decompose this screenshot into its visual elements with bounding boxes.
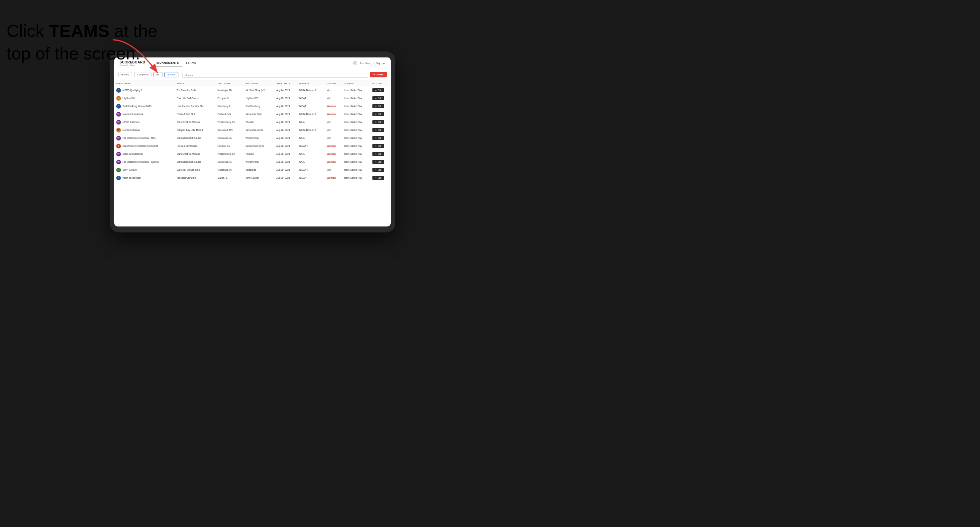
actions-cell: Edit	[371, 118, 391, 126]
start-date-cell: Aug 28, 2023	[274, 174, 298, 182]
venue-cell: Hesston Golf Course	[174, 142, 215, 150]
hosting-tab[interactable]: Hosting	[118, 72, 132, 77]
city-state-cell: Faribault, MN	[216, 110, 244, 118]
edit-button[interactable]: Edit	[372, 136, 384, 140]
edit-button[interactable]: Edit	[372, 176, 384, 180]
scoring-cell: team, Stroke Play	[342, 118, 371, 126]
start-date-cell: Aug 28, 2023	[274, 150, 298, 158]
sign-out-link[interactable]: Sign out	[376, 62, 385, 65]
event-icon: ⛳	[116, 96, 121, 101]
table-row: 🐎 Fall Statesmen Invitational - Women Ed…	[114, 158, 391, 166]
search-input[interactable]	[182, 73, 368, 78]
gender-cell: Men	[325, 166, 342, 174]
hosted-by-cell: William Penn	[243, 134, 274, 142]
gender-badge: Men	[327, 89, 331, 91]
hosted-by-cell: Vincennes	[243, 166, 274, 174]
hosted-by-cell: Pikeville	[243, 150, 274, 158]
gender-cell: Women	[325, 142, 342, 150]
edit-button[interactable]: Edit	[372, 120, 384, 124]
competing-tab[interactable]: Competing	[134, 72, 151, 77]
gender-badge: Men	[327, 169, 331, 171]
city-state-cell: Marion, IL	[216, 174, 244, 182]
event-name-cell: 🦅 Morris Invitational	[114, 126, 174, 134]
table-row: 🐎 Maverick Invitational Faribault Golf C…	[114, 110, 391, 118]
event-name-text: VU PREVIEW	[123, 169, 137, 171]
event-icon: 🌿	[116, 168, 121, 172]
tablet-device: SCOREBOARD Powered by Clippit TOURNAMENT…	[110, 51, 395, 232]
edit-button[interactable]: Edit	[372, 128, 384, 132]
city-state-cell: Vincennes, IN	[216, 166, 244, 174]
gender-badge: Women	[327, 113, 336, 116]
scoring-cell: team, Stroke Play	[342, 158, 371, 166]
gender-cell: Men	[325, 94, 342, 102]
division-cell: NICAA I	[298, 94, 325, 102]
edit-button[interactable]: Edit	[372, 152, 384, 156]
event-icon: 🐎	[116, 112, 121, 117]
start-date-cell: Aug 28, 2023	[274, 126, 298, 134]
gender-cell: Women	[325, 158, 342, 166]
col-event-name: EVENT NAME	[114, 80, 174, 86]
venue-cell: StoneCrest Golf Course	[174, 150, 215, 158]
gender-cell: Women	[325, 150, 342, 158]
edit-button[interactable]: Edit	[372, 104, 384, 108]
event-name-cell: 🐎 upike fall invitational	[114, 150, 174, 158]
edit-button[interactable]: Edit	[372, 144, 384, 148]
event-name-text: Highland 36	[123, 97, 135, 99]
hosted-by-cell: Mt. Saint Mary (NY)	[243, 86, 274, 94]
settings-icon[interactable]: ⚙	[353, 61, 357, 65]
scoring-cell: team, Stroke Play	[342, 86, 371, 94]
venue-cell: Lake Bracken Country Club	[174, 102, 215, 110]
gender-badge: Women	[327, 105, 336, 108]
filter-button[interactable]: ☰ Filter	[164, 72, 179, 77]
city-state-cell: Oskaloosa, IA	[216, 134, 244, 142]
event-name-text: Maverick Invitational	[123, 113, 143, 115]
filter-icon: ☰	[167, 73, 169, 76]
event-icon: 🏌	[116, 104, 121, 109]
scoring-cell: team, Stroke Play	[342, 110, 371, 118]
event-name-cell: 🐎 Fall Statesmen Invitational - Men	[114, 134, 174, 142]
gender-badge: Women	[327, 152, 336, 156]
header-right: ⚙ Test User | Sign out	[353, 61, 385, 65]
edit-button[interactable]: Edit	[372, 88, 384, 92]
scoring-cell: team, Stroke Play	[342, 134, 371, 142]
actions-cell: Edit	[371, 166, 391, 174]
hosted-by-cell: Pikeville	[243, 118, 274, 126]
event-name-text: Klash at Kokopelli	[123, 177, 140, 179]
event-icon: 🐎	[116, 160, 121, 164]
edit-button[interactable]: Edit	[372, 168, 384, 172]
city-state-cell: Deerwood, MN	[216, 126, 244, 134]
hosted-by-cell: John A Logan	[243, 174, 274, 182]
all-tab[interactable]: All	[153, 72, 162, 77]
edit-button[interactable]: Edit	[372, 160, 384, 164]
actions-cell: Edit	[371, 174, 391, 182]
division-cell: NAIA	[298, 158, 325, 166]
gender-cell: Women	[325, 102, 342, 110]
scoring-cell: team, Stroke Play	[342, 166, 371, 174]
nav-tab-teams[interactable]: TEAMS	[182, 60, 200, 67]
instruction-text: Click TEAMS at the top of the screen.	[6, 20, 158, 65]
actions-cell: Edit	[371, 102, 391, 110]
edit-button[interactable]: Edit	[372, 112, 384, 116]
teams-bold: TEAMS	[49, 21, 109, 41]
start-date-cell: Aug 28, 2023	[274, 158, 298, 166]
event-name-text: Carl Sandburg Women FA23	[123, 105, 151, 107]
separator: |	[373, 62, 374, 65]
create-button[interactable]: + Create	[370, 72, 387, 77]
tablet-screen: SCOREBOARD Powered by Clippit TOURNAMENT…	[114, 57, 391, 227]
venue-cell: Edmundson Golf Course	[174, 158, 215, 166]
event-icon: 🏌	[116, 176, 121, 180]
venue-cell: StoneCrest Golf Course	[174, 118, 215, 126]
division-cell: NAIA	[298, 134, 325, 142]
event-icon: 🏌	[116, 88, 121, 93]
event-icon: 🐎	[116, 136, 121, 140]
city-state-cell: Freeport, IL	[216, 94, 244, 102]
col-city-state: CITY, STATE	[216, 80, 244, 86]
event-name-text: Fall Statesmen Invitational - Women	[123, 161, 159, 163]
scoring-cell: team, Stroke Play	[342, 102, 371, 110]
gender-cell: Men	[325, 118, 342, 126]
event-name-cell: ⛳ Highland 36	[114, 94, 174, 102]
gender-cell: Men	[325, 86, 342, 94]
event-name-cell: 🏌 Carl Sandburg Women FA23	[114, 102, 174, 110]
edit-button[interactable]: Edit	[372, 96, 384, 100]
venue-cell: Kokopelli Golf Club	[174, 174, 215, 182]
